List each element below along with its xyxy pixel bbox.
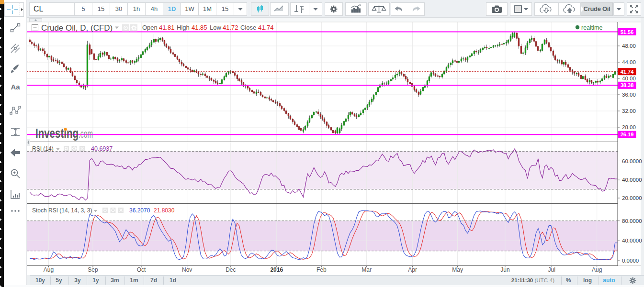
svg-text:Mar: Mar — [362, 266, 372, 273]
svg-text:26.19: 26.19 — [621, 132, 634, 137]
svg-text:RSI (14): RSI (14) — [32, 145, 54, 152]
svg-text:Aug: Aug — [44, 266, 54, 273]
svg-text:Close: Close — [240, 24, 256, 31]
svg-text:38.38: 38.38 — [621, 82, 634, 88]
svg-text:Open: Open — [142, 24, 158, 31]
svg-text:Dec: Dec — [226, 266, 236, 273]
svg-text:40.0000: 40.0000 — [622, 177, 642, 183]
svg-text:Apr: Apr — [408, 266, 417, 273]
svg-text:Stoch RSI (14, 14, 3, 3): Stoch RSI (14, 14, 3, 3) — [32, 207, 92, 214]
svg-text:40.6937: 40.6937 — [91, 145, 113, 152]
svg-text:0.0000: 0.0000 — [622, 258, 639, 264]
svg-text:20.0000: 20.0000 — [622, 195, 642, 201]
svg-text:60.0000: 60.0000 — [622, 158, 642, 164]
svg-text:32.00: 32.00 — [622, 108, 636, 114]
svg-text:Feb: Feb — [316, 266, 327, 273]
svg-text:36.00: 36.00 — [622, 92, 636, 98]
svg-text:21.8030: 21.8030 — [154, 207, 175, 214]
svg-text:Low: Low — [210, 24, 221, 31]
svg-text:51.56: 51.56 — [621, 29, 634, 35]
svg-text:80.0000: 80.0000 — [622, 218, 642, 224]
svg-text:Sep: Sep — [88, 266, 98, 273]
svg-text:High: High — [177, 24, 190, 31]
svg-text:Nov: Nov — [182, 266, 192, 273]
svg-text:Oct: Oct — [137, 266, 146, 273]
svg-text:Crude Oil, D, (CFD): Crude Oil, D, (CFD) — [41, 23, 113, 33]
svg-text:realtime: realtime — [581, 24, 603, 31]
svg-text:41.74: 41.74 — [621, 69, 634, 75]
svg-text:41.72: 41.72 — [223, 24, 238, 31]
svg-text:48.00: 48.00 — [622, 43, 636, 49]
svg-text:40.00: 40.00 — [622, 76, 636, 81]
svg-text:28.00: 28.00 — [622, 124, 636, 130]
svg-text:41.81: 41.81 — [159, 24, 175, 31]
svg-text:Jul: Jul — [548, 266, 555, 273]
svg-text:May: May — [452, 266, 463, 273]
svg-text:44.00: 44.00 — [622, 59, 636, 65]
svg-text:41.85: 41.85 — [192, 24, 207, 31]
svg-text:36.2070: 36.2070 — [129, 207, 150, 214]
svg-text:41.74: 41.74 — [258, 24, 274, 31]
svg-text:Jun: Jun — [500, 266, 509, 273]
svg-text:2016: 2016 — [270, 266, 283, 273]
svg-text:Investing.com: Investing.com — [35, 126, 93, 141]
svg-text:Aug: Aug — [592, 266, 602, 273]
svg-text:40.0000: 40.0000 — [622, 238, 642, 243]
